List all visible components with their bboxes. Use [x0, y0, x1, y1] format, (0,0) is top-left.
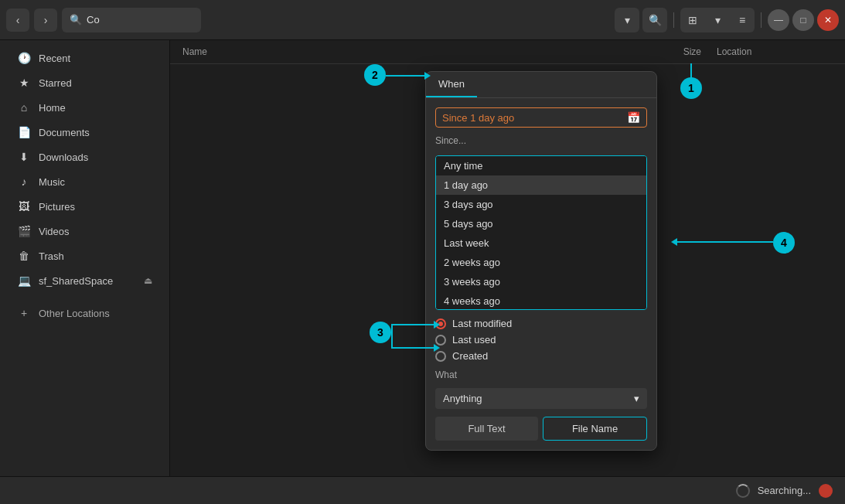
radio-last-used[interactable]: Last used	[435, 334, 647, 346]
sidebar-label-pictures: Pictures	[39, 201, 75, 213]
sidebar-item-videos[interactable]: 🎬 Videos	[5, 220, 165, 243]
radio-label-last-used: Last used	[452, 334, 496, 346]
date-input[interactable]	[442, 112, 622, 124]
main-layout: 🕐 Recent ★ Starred ⌂ Home 📄 Documents ⬇ …	[0, 40, 845, 476]
maximize-icon: □	[800, 15, 806, 26]
trash-icon: 🗑	[17, 250, 31, 262]
chevron-down-icon: ▾	[625, 14, 630, 26]
sidebar-label-downloads: Downloads	[39, 152, 88, 163]
sidebar-label-music: Music	[39, 176, 65, 188]
music-icon: ♪	[17, 175, 31, 188]
date-input-row[interactable]: 📅	[435, 107, 647, 128]
chevron-icon: ▾	[715, 14, 721, 26]
sidebar-label-videos: Videos	[39, 226, 70, 237]
grid-view-button[interactable]: ⊞	[680, 8, 705, 32]
other-locations-button[interactable]: + Other Locations	[5, 301, 165, 325]
annotation-1: 1	[680, 77, 702, 99]
what-value: Anything	[443, 393, 482, 404]
close-icon: ✕	[824, 15, 832, 26]
list-view-button[interactable]: ≡	[730, 8, 755, 32]
add-icon: +	[17, 307, 31, 319]
calendar-icon: 📅	[627, 111, 640, 124]
file-name-button[interactable]: File Name	[543, 417, 647, 441]
sidebar-item-music[interactable]: ♪ Music	[5, 170, 165, 193]
statusbar: Searching...	[0, 476, 845, 504]
radio-label-last-modified: Last modified	[452, 318, 512, 329]
what-label: What	[435, 369, 647, 380]
searching-text: Searching...	[758, 485, 811, 496]
sidebar-label-trash: Trash	[39, 250, 64, 262]
divider	[673, 12, 674, 28]
col-name-header: Name	[182, 46, 639, 57]
sidebar-item-pictures[interactable]: 🖼 Pictures	[5, 195, 165, 218]
eject-icon[interactable]: ⏏	[144, 275, 152, 286]
search-input[interactable]	[87, 14, 193, 26]
sidebar-label-recent: Recent	[39, 53, 70, 64]
sidebar-item-documents[interactable]: 📄 Documents	[5, 121, 165, 144]
sidebar: 🕐 Recent ★ Starred ⌂ Home 📄 Documents ⬇ …	[0, 40, 170, 476]
sidebar-label-home: Home	[39, 102, 66, 114]
search-toggle-button[interactable]: 🔍	[642, 8, 667, 32]
minimize-icon: —	[774, 15, 783, 26]
time-option-4weeks[interactable]: 4 weeks ago	[436, 291, 646, 310]
sidebar-item-recent[interactable]: 🕐 Recent	[5, 46, 165, 70]
time-list[interactable]: Any time 1 day ago 3 days ago 5 days ago…	[435, 155, 647, 310]
sidebar-item-home[interactable]: ⌂ Home	[5, 96, 165, 119]
search-spinner	[736, 484, 750, 498]
since-label: Since...	[435, 135, 647, 146]
stop-search-button[interactable]	[819, 484, 833, 498]
sidebar-item-downloads[interactable]: ⬇ Downloads	[5, 145, 165, 169]
annotation-2: 2	[364, 64, 386, 86]
radio-created[interactable]: Created	[435, 350, 647, 362]
list-icon: ≡	[739, 14, 745, 26]
tab-when[interactable]: When	[426, 72, 477, 97]
home-icon: ⌂	[17, 101, 31, 114]
time-option-3days[interactable]: 3 days ago	[436, 195, 646, 214]
pictures-icon: 🖼	[17, 200, 31, 213]
sidebar-item-starred[interactable]: ★ Starred	[5, 71, 165, 94]
time-option-5days[interactable]: 5 days ago	[436, 214, 646, 233]
when-dropdown-panel: 2 When 📅 Since...	[425, 71, 657, 451]
sidebar-label-documents: Documents	[39, 127, 90, 138]
recent-icon: 🕐	[17, 52, 31, 64]
search-icon: 🔍	[70, 14, 82, 26]
close-button[interactable]: ✕	[817, 9, 839, 31]
panel-tab-row: When	[426, 72, 656, 98]
search-type-row: Full Text File Name	[435, 417, 647, 441]
time-option-1day[interactable]: 1 day ago	[436, 175, 646, 195]
full-text-button[interactable]: Full Text	[435, 417, 538, 441]
videos-icon: 🎬	[17, 225, 31, 237]
documents-icon: 📄	[17, 126, 31, 138]
maximize-button[interactable]: □	[792, 9, 814, 31]
radio-circle-last-modified	[435, 318, 446, 329]
other-locations-label: Other Locations	[39, 308, 110, 319]
divider2	[761, 12, 762, 28]
forward-button[interactable]: ›	[34, 9, 57, 32]
annotation-4: 4	[773, 232, 795, 254]
back-button[interactable]: ‹	[6, 9, 29, 32]
sidebar-label-shared: sf_SharedSpace	[39, 275, 113, 287]
col-location-header: Location	[717, 46, 833, 57]
sidebar-item-shared[interactable]: 💻 sf_SharedSpace ⏏	[5, 269, 165, 292]
back-icon: ‹	[16, 14, 20, 26]
grid-icon: ⊞	[688, 14, 697, 26]
chevron-down-button[interactable]: ▾	[615, 8, 639, 32]
time-option-anytime[interactable]: Any time	[436, 156, 646, 175]
what-dropdown[interactable]: Anything ▾	[435, 388, 647, 409]
radio-label-created: Created	[452, 350, 488, 362]
time-option-lastweek[interactable]: Last week	[436, 233, 646, 253]
time-option-2weeks[interactable]: 2 weeks ago	[436, 253, 646, 272]
titlebar: ‹ › 🔍 ▾ 🔍 ⊞ ▾ ≡ —	[0, 0, 845, 40]
sidebar-item-trash[interactable]: 🗑 Trash	[5, 244, 165, 267]
search-box: 🔍	[62, 8, 201, 32]
radio-circle-last-used	[435, 335, 446, 346]
content-area: Name Size Location 1 4 2	[170, 40, 845, 476]
view-chevron-button[interactable]: ▾	[705, 8, 730, 32]
search-toggle-icon: 🔍	[649, 14, 662, 26]
minimize-button[interactable]: —	[768, 9, 789, 31]
time-option-3weeks[interactable]: 3 weeks ago	[436, 272, 646, 291]
column-headers: Name Size Location	[170, 40, 845, 64]
forward-icon: ›	[44, 14, 48, 26]
radio-last-modified[interactable]: Last modified	[435, 318, 647, 329]
col-size-header: Size	[639, 46, 701, 57]
